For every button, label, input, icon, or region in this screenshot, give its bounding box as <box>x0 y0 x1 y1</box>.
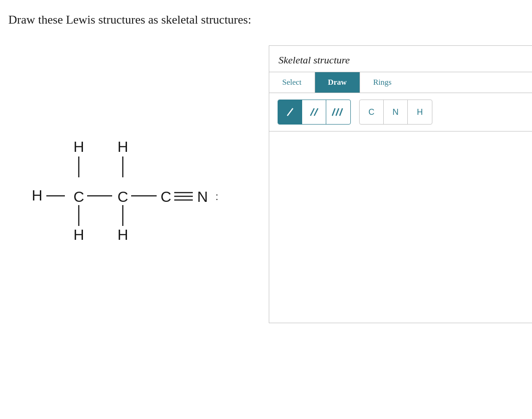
nitrogen-button[interactable]: N <box>384 100 408 124</box>
page-title: Draw these Lewis structures as skeletal … <box>0 0 532 27</box>
bond-tools-row: C N H <box>269 93 532 131</box>
bond-group <box>278 100 351 125</box>
panel-title: Skeletal structure <box>269 46 532 72</box>
triple-bond-button[interactable] <box>326 100 350 124</box>
rings-button[interactable]: Rings <box>360 72 405 93</box>
single-bond-button[interactable] <box>278 100 302 124</box>
atom-group: C N H <box>359 100 432 125</box>
atom-h-top-left: H <box>73 138 84 155</box>
draw-button[interactable]: Draw <box>315 72 361 93</box>
atom-h-left: H <box>32 187 42 204</box>
atom-h-top-right: H <box>117 138 128 155</box>
svg-line-13 <box>332 108 335 116</box>
atom-c1: C <box>73 188 84 205</box>
svg-line-15 <box>340 108 342 116</box>
atom-n: N <box>197 188 208 205</box>
svg-line-14 <box>336 108 339 116</box>
atom-c2: C <box>117 188 128 205</box>
skeletal-panel: Skeletal structure Select Draw Rings <box>269 45 532 323</box>
hydrogen-button[interactable]: H <box>408 100 432 124</box>
toolbar: Select Draw Rings <box>269 72 532 93</box>
lewis-structure-area: H H H C C C <box>0 45 269 323</box>
atom-h-bottom-right: H <box>117 226 128 243</box>
svg-line-11 <box>310 108 314 116</box>
carbon-button[interactable]: C <box>360 100 384 124</box>
lone-pair: : <box>215 191 218 202</box>
atom-c3: C <box>160 188 171 205</box>
lewis-structure-svg: H H H C C C <box>23 101 246 295</box>
atom-h-bottom-left: H <box>73 226 84 243</box>
svg-line-10 <box>287 108 293 116</box>
svg-line-12 <box>314 108 318 116</box>
select-button[interactable]: Select <box>269 72 315 93</box>
double-bond-button[interactable] <box>302 100 326 124</box>
